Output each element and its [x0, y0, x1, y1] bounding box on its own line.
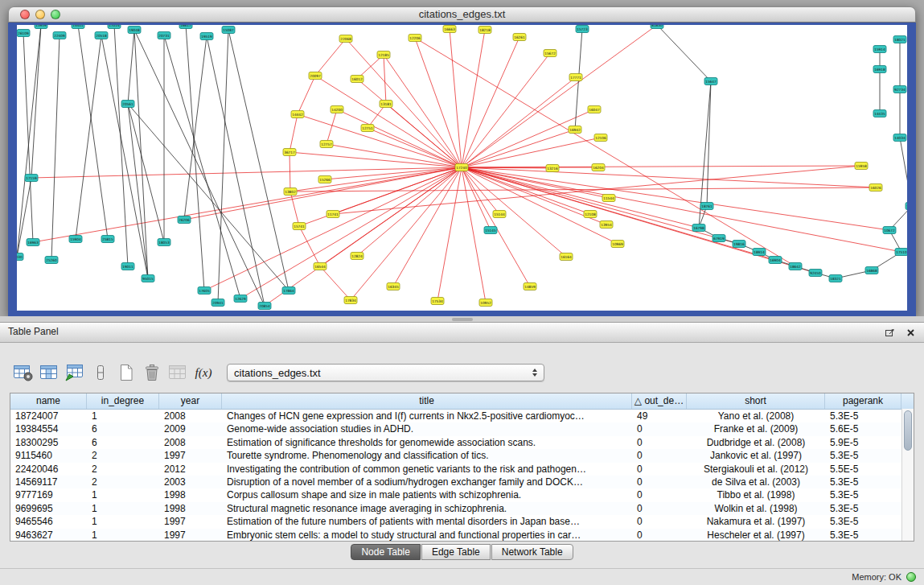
citation-edge[interactable] — [326, 144, 462, 167]
citation-edge[interactable] — [290, 152, 462, 167]
citation-edge[interactable] — [707, 81, 711, 206]
citation-edge[interactable] — [290, 152, 290, 192]
column-mode-icon[interactable] — [88, 360, 113, 385]
new-file-icon[interactable] — [114, 360, 138, 385]
graph-node[interactable]: 17159 — [25, 175, 38, 182]
citation-edge[interactable] — [17, 25, 41, 257]
graph-node[interactable]: 17834 — [344, 297, 357, 304]
citation-edge[interactable] — [315, 76, 462, 167]
graph-node[interactable]: 15958 — [855, 163, 868, 170]
citation-edge[interactable] — [450, 29, 462, 167]
table-cell[interactable]: 5.3E-5 — [825, 529, 901, 542]
citation-edge[interactable] — [337, 109, 462, 167]
table-cell[interactable]: 1997 — [159, 449, 222, 462]
table-cell[interactable]: 1 — [87, 529, 159, 542]
table-cell[interactable]: 0 — [632, 449, 687, 462]
table-cell[interactable]: 14569117 — [10, 476, 87, 488]
citation-edge[interactable] — [51, 35, 60, 260]
graph-node[interactable]: 11544 — [602, 195, 615, 202]
scrollbar-thumb[interactable] — [904, 410, 912, 451]
delete-table-icon[interactable] — [140, 360, 164, 385]
graph-node[interactable]: 20518 — [95, 32, 108, 39]
citation-edge[interactable] — [184, 36, 207, 220]
table-cell[interactable]: Tibbo et al. (1998) — [687, 488, 825, 501]
graph-node[interactable]: 17864 — [282, 287, 295, 295]
table-cell[interactable]: Nakamura et al. (1997) — [687, 515, 825, 528]
table-cell[interactable]: Wolkin et al. (1998) — [687, 502, 825, 515]
table-row[interactable]: 1456911722003Disruption of a novel membe… — [10, 476, 914, 488]
table-cell[interactable]: 9115460 — [10, 449, 87, 462]
graph-node[interactable]: 16963 — [27, 239, 39, 246]
graph-node[interactable]: 18642 — [789, 263, 802, 270]
citation-edge[interactable] — [207, 36, 265, 306]
graph-node[interactable]: 12629 — [234, 295, 247, 303]
citation-edge[interactable] — [462, 53, 550, 167]
table-cell[interactable]: 2008 — [159, 436, 222, 449]
graph-node[interactable]: 92450 — [809, 270, 822, 277]
graph-node[interactable]: 15904 — [69, 236, 82, 243]
table-cell[interactable]: Yano et al. (2008) — [687, 410, 825, 422]
table-cell[interactable]: 0 — [632, 529, 687, 542]
citation-edge[interactable] — [78, 25, 108, 239]
function-builder-icon[interactable]: f(x) — [191, 360, 216, 385]
table-row[interactable]: 2242004622012Investigating the contribut… — [10, 463, 914, 476]
graph-node[interactable]: 20854 — [258, 303, 271, 310]
graph-node[interactable]: 11030 — [17, 253, 23, 261]
table-cell[interactable]: 9463627 — [10, 529, 87, 542]
citation-edge[interactable] — [462, 109, 594, 167]
graph-node[interactable]: 10952 — [479, 299, 492, 307]
network-canvas[interactable]: 1724016204121081616414859109521753416345… — [17, 25, 907, 311]
table-cell[interactable]: Corpus callosum shape and size in male p… — [222, 488, 632, 501]
graph-node[interactable]: 12824 — [351, 253, 363, 260]
table-cell[interactable]: 5.3E-5 — [825, 488, 901, 501]
table-row[interactable]: 911546021997Tourette syndrome. Phenomeno… — [10, 449, 914, 462]
citation-edge[interactable] — [900, 138, 907, 206]
citation-edge[interactable] — [462, 167, 609, 198]
table-scrollbar[interactable] — [901, 409, 914, 541]
graph-node[interactable]: 20941 — [211, 299, 224, 307]
table-cell[interactable]: 5.9E-5 — [825, 436, 901, 449]
import-table-icon[interactable] — [63, 360, 87, 385]
citation-edge[interactable] — [298, 76, 315, 114]
citation-edge[interactable] — [462, 166, 861, 167]
table-cell[interactable]: 1 — [87, 410, 159, 422]
splitter-grip-icon[interactable] — [452, 318, 473, 321]
graph-node[interactable]: 12757 — [320, 141, 333, 148]
table-cell[interactable]: 2003 — [159, 476, 222, 488]
table-cell[interactable]: Franke et al. (2009) — [687, 422, 825, 435]
citation-edge[interactable] — [393, 167, 462, 286]
table-cell[interactable]: 18300295 — [10, 436, 87, 449]
citation-edge[interactable] — [462, 167, 486, 303]
table-cell[interactable]: 0 — [632, 463, 687, 476]
citation-edge[interactable] — [333, 166, 861, 214]
graph-node[interactable]: 15087 — [222, 27, 235, 34]
tab-edge-table[interactable]: Edge Table — [421, 544, 491, 560]
table-cell[interactable]: Tourette syndrome. Phenomenology and cla… — [222, 449, 632, 462]
table-cell[interactable]: 1998 — [159, 488, 222, 501]
citation-edge[interactable] — [357, 167, 462, 256]
table-cell[interactable]: 9699695 — [10, 502, 87, 515]
table-cell[interactable]: 1997 — [159, 515, 222, 528]
graph-node[interactable]: 12206 — [409, 35, 421, 42]
graph-node[interactable]: 13181 — [380, 101, 392, 108]
graph-node[interactable]: 15647 — [704, 78, 717, 85]
table-cell[interactable]: Genome-wide association studies in ADHD. — [222, 422, 632, 435]
table-cell[interactable]: 18724007 — [10, 410, 87, 422]
table-cell[interactable]: 0 — [632, 515, 687, 528]
graph-node[interactable]: 16544 — [314, 263, 326, 270]
graph-node[interactable]: 20097 — [309, 72, 322, 80]
graph-node[interactable]: 12751 — [361, 125, 374, 132]
citation-edge[interactable] — [240, 167, 462, 299]
table-cell[interactable]: 5.5E-5 — [825, 463, 901, 476]
graph-node[interactable]: 16047 — [588, 106, 601, 113]
table-cell[interactable]: Embryonic stem cells: a model to study s… — [222, 529, 632, 542]
table-selector-dropdown[interactable]: citations_edges.txt — [227, 364, 544, 381]
table-row[interactable]: 946362711997Embryonic stem cells: a mode… — [10, 529, 914, 542]
graph-node[interactable]: 67919 — [713, 235, 725, 242]
citation-edge[interactable] — [114, 25, 128, 266]
table-cell[interactable]: Investigating the contribution of common… — [222, 463, 632, 476]
graph-node[interactable]: 25815 — [101, 236, 114, 243]
graph-node[interactable]: 15959 — [35, 25, 47, 29]
table-cell[interactable]: 49 — [632, 410, 687, 422]
graph-node[interactable]: 16868 — [865, 267, 878, 274]
